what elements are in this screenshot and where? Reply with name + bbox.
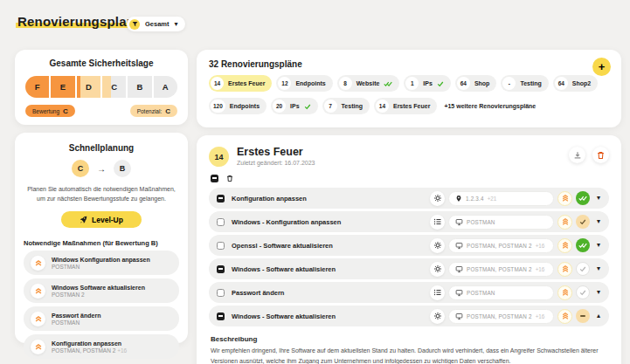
plan-chip[interactable]: 14 Erstes Feuer bbox=[209, 75, 272, 92]
double-chevron-up-icon bbox=[31, 256, 45, 271]
gear-icon[interactable] bbox=[430, 262, 445, 277]
rating-value: C bbox=[63, 107, 68, 115]
monitor-icon bbox=[455, 312, 463, 320]
plan-chip[interactable]: - Testing bbox=[501, 75, 548, 92]
filter-selected-value: Gesamt bbox=[145, 20, 170, 28]
status-check-icon[interactable] bbox=[576, 215, 590, 229]
priority-triple-chevron-icon[interactable] bbox=[557, 309, 572, 324]
plans-title: 32 Renovierungspläne bbox=[209, 59, 609, 69]
plan-chip[interactable]: 12 Endpoints bbox=[276, 75, 332, 92]
row-checkbox[interactable] bbox=[217, 218, 225, 226]
add-plan-button[interactable]: + bbox=[592, 58, 611, 76]
bulk-delete-icon[interactable] bbox=[226, 175, 233, 182]
task-row[interactable]: Openssl - Software aktualisieren POSTMAN… bbox=[209, 235, 609, 256]
measure-item[interactable]: Passwort ändern POSTMAN bbox=[24, 306, 179, 331]
levelup-label: Level-Up bbox=[92, 216, 123, 224]
list-icon[interactable] bbox=[430, 215, 445, 230]
download-button[interactable] bbox=[569, 147, 585, 163]
double-chevron-up-icon bbox=[31, 312, 45, 326]
task-row[interactable]: Windows - Software aktualisieren POSTMAN… bbox=[209, 258, 609, 279]
check-icon bbox=[304, 103, 311, 110]
status-open-icon[interactable] bbox=[576, 285, 590, 299]
grade-bar: F E D C B A bbox=[25, 76, 177, 98]
grade-segment-c: C bbox=[102, 76, 126, 98]
plan-chip[interactable]: 64 Shop bbox=[455, 75, 497, 92]
status-done-icon[interactable] bbox=[576, 191, 590, 205]
monitor-icon bbox=[455, 265, 463, 273]
expand-chevron-icon[interactable]: ▾ bbox=[593, 218, 604, 225]
plan-chip[interactable]: 7 Testing bbox=[322, 98, 370, 114]
gear-icon[interactable] bbox=[430, 191, 445, 206]
double-check-icon bbox=[384, 80, 392, 87]
gear-icon[interactable] bbox=[430, 309, 445, 324]
description-text: Wir empfehlen dringend, Ihre Software au… bbox=[211, 346, 606, 364]
row-checkbox[interactable] bbox=[217, 195, 225, 203]
status-minus-icon[interactable] bbox=[576, 309, 590, 323]
status-open-icon[interactable] bbox=[576, 262, 590, 276]
plan-chip[interactable]: 14 Erstes Feuer bbox=[374, 98, 437, 114]
target-pill[interactable]: POSTMAN, POSTMAN 2 +16 bbox=[448, 262, 554, 277]
measures-heading: Notwendige Maßnahmen (für Bewertung B) bbox=[24, 239, 179, 247]
potential-value: C bbox=[165, 107, 170, 115]
plan-chip[interactable]: 8 Website bbox=[337, 75, 400, 92]
monitor-icon bbox=[455, 242, 463, 250]
grade-segment-b: B bbox=[128, 76, 151, 98]
status-done-icon[interactable] bbox=[576, 238, 590, 252]
grade-segment-e: E bbox=[51, 76, 74, 98]
expand-chevron-icon[interactable]: ▾ bbox=[593, 242, 604, 249]
target-pill[interactable]: POSTMAN, POSTMAN 2 +16 bbox=[448, 309, 554, 324]
priority-triple-chevron-icon[interactable] bbox=[557, 191, 572, 206]
more-plans-link[interactable]: +15 weitere Renovierungspläne bbox=[444, 103, 536, 109]
expand-chevron-icon[interactable]: ▾ bbox=[593, 195, 604, 202]
monitor-icon bbox=[455, 289, 463, 297]
plan-chip[interactable]: 64 Shop2 bbox=[553, 75, 598, 92]
plan-chip[interactable]: 120 Endpoints bbox=[209, 98, 267, 114]
plan-chip[interactable]: 1 IPs bbox=[404, 75, 451, 92]
priority-triple-chevron-icon[interactable] bbox=[557, 262, 572, 277]
row-checkbox[interactable] bbox=[217, 312, 225, 320]
task-row[interactable]: Passwort ändern POSTMAN ▾ bbox=[209, 282, 609, 303]
security-card-title: Gesamte Sicherheitslage bbox=[25, 58, 177, 68]
priority-triple-chevron-icon[interactable] bbox=[557, 215, 572, 230]
measure-item[interactable]: Windows Konfiguration anpassen POSTMAN bbox=[24, 251, 179, 275]
priority-triple-chevron-icon[interactable] bbox=[557, 238, 572, 253]
target-pill[interactable]: POSTMAN bbox=[448, 285, 554, 300]
measure-devices: POSTMAN, POSTMAN 2 bbox=[52, 347, 115, 354]
measure-title: Windows Software aktualisieren bbox=[52, 284, 145, 292]
measure-item[interactable]: Konfiguration anpassen POSTMAN, POSTMAN … bbox=[24, 334, 179, 359]
priority-triple-chevron-icon[interactable] bbox=[557, 285, 572, 300]
measure-devices: POSTMAN bbox=[52, 319, 80, 326]
row-checkbox[interactable] bbox=[217, 242, 225, 250]
task-row[interactable]: Konfiguration anpassen 1.2.3.4 +21 ▾ bbox=[209, 188, 609, 209]
row-checkbox[interactable] bbox=[217, 265, 225, 273]
row-checkbox[interactable] bbox=[217, 289, 225, 297]
quickplan-title: Schnellplanung bbox=[24, 143, 179, 153]
collapse-chevron-icon[interactable]: ▴ bbox=[593, 312, 604, 319]
last-modified: Zuletzt geändert: 16.07.2023 bbox=[237, 160, 315, 166]
list-icon[interactable] bbox=[430, 285, 445, 300]
grade-segment-d: D bbox=[77, 76, 100, 98]
current-grade: C bbox=[72, 160, 89, 177]
filter-dropdown[interactable]: Gesamt ▾ bbox=[127, 17, 185, 31]
task-row-expanded[interactable]: Windows - Software aktualisieren POSTMAN… bbox=[209, 306, 609, 326]
plan-chip[interactable]: 20 IPs bbox=[271, 98, 318, 114]
levelup-button[interactable]: Level-Up bbox=[61, 211, 142, 228]
target-pill[interactable]: POSTMAN bbox=[448, 215, 554, 230]
task-row[interactable]: Windows - Konfiguration anpassen POSTMAN… bbox=[209, 211, 609, 232]
double-chevron-up-icon bbox=[31, 284, 45, 299]
grade-segment-a: A bbox=[154, 76, 177, 98]
expand-chevron-icon[interactable]: ▾ bbox=[593, 289, 604, 296]
quickplan-card: Schnellplanung C → B Planen Sie automati… bbox=[15, 133, 188, 343]
select-all-checkbox[interactable] bbox=[211, 175, 218, 182]
check-icon bbox=[437, 80, 444, 87]
target-pill[interactable]: 1.2.3.4 +21 bbox=[448, 191, 554, 206]
expand-chevron-icon[interactable]: ▾ bbox=[593, 265, 604, 272]
gear-icon[interactable] bbox=[430, 238, 445, 253]
measure-item[interactable]: Windows Software aktualisieren POSTMAN 2 bbox=[24, 278, 179, 303]
rating-badge: Bewertung C bbox=[25, 105, 75, 117]
description-heading: Beschreibung bbox=[211, 335, 607, 343]
plan-title: Erstes Feuer bbox=[237, 147, 315, 159]
delete-plan-button[interactable] bbox=[592, 147, 609, 163]
location-pin-icon bbox=[455, 195, 462, 203]
target-pill[interactable]: POSTMAN, POSTMAN 2 +16 bbox=[448, 238, 554, 253]
